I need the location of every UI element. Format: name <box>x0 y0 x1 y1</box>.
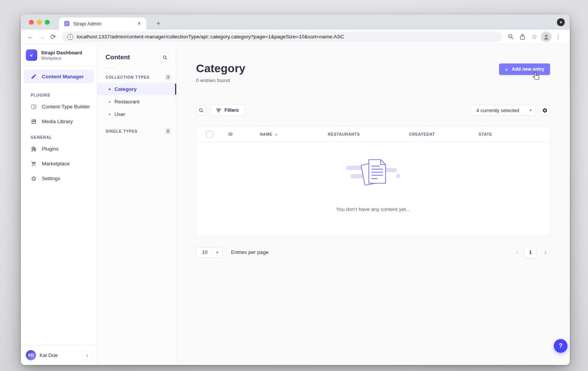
entries-table: ID NAME ▲ RESTAURANTS CREATEDAT STATE <box>196 126 550 236</box>
reload-button[interactable]: ⟳ <box>47 31 59 43</box>
browser-window: Strapi Admin × + ▼ ← → ⟳ i localhost:133… <box>21 14 570 365</box>
url-text: localhost:1337/admin/content-manager/col… <box>77 34 344 40</box>
search-icon <box>199 108 204 113</box>
single-types-label: SINGLE TYPES <box>106 129 138 133</box>
marketplace-icon <box>31 161 37 167</box>
strapi-favicon <box>64 21 70 27</box>
media-library-icon <box>31 119 37 125</box>
tab-strip: Strapi Admin × + ▼ <box>21 14 570 30</box>
browser-tab[interactable]: Strapi Admin × <box>59 17 146 30</box>
back-button[interactable]: ← <box>25 31 36 43</box>
single-types-count: 0 <box>165 128 171 134</box>
collection-type-user[interactable]: • User <box>97 108 176 120</box>
site-info-icon[interactable]: i <box>67 34 73 40</box>
page-title: Category <box>196 62 245 75</box>
columns-select[interactable]: 4 currently selected ▾ <box>471 105 536 116</box>
sidebar-item-label: Plugins <box>42 146 58 152</box>
panel-search-button[interactable] <box>160 52 170 62</box>
select-all-checkbox[interactable] <box>206 131 213 138</box>
column-header-name-label: NAME <box>260 132 272 136</box>
collection-type-label: Restaurant <box>114 99 139 105</box>
user-name: Kai Doe <box>40 352 82 358</box>
previous-page-icon[interactable]: ‹ <box>513 248 522 257</box>
collection-type-label: User <box>114 111 125 117</box>
collection-types-count: 3 <box>165 74 171 80</box>
settings-gear-icon <box>31 176 37 182</box>
zoom-page-icon[interactable] <box>505 31 517 43</box>
sidebar-item-label: Media Library <box>42 119 73 124</box>
filters-button[interactable]: Filters <box>210 105 245 116</box>
column-header-id[interactable]: ID <box>228 132 260 136</box>
panel-title: Content <box>106 54 130 61</box>
workspace-name: Strapi Dashboard <box>41 50 82 56</box>
forward-button[interactable]: → <box>36 31 47 43</box>
sidebar-item-label: Marketplace <box>42 161 70 166</box>
sort-ascending-icon: ▲ <box>275 133 278 136</box>
help-button[interactable]: ? <box>554 339 567 353</box>
empty-documents-illustration <box>345 154 401 192</box>
sidebar-section-general: GENERAL <box>31 135 97 140</box>
collection-types-label: COLLECTION TYPES <box>106 75 150 79</box>
collapse-sidebar-button[interactable]: ‹ <box>82 350 92 360</box>
list-toolbar: Filters 4 currently selected ▾ <box>196 105 550 116</box>
collection-type-category[interactable]: • Category <box>97 83 176 95</box>
url-bar[interactable]: i localhost:1337/admin/content-manager/c… <box>62 32 502 42</box>
user-avatar[interactable]: KD <box>26 350 36 360</box>
page-size-value: 10 <box>196 249 212 255</box>
sidebar-item-label: Settings <box>42 176 60 181</box>
main-sidebar: Strapi Dashboard Workplace Content Manag… <box>21 44 97 365</box>
sidebar-section-plugins: PLUGINS <box>31 93 97 97</box>
collection-type-label: Category <box>114 86 137 92</box>
sidebar-item-settings[interactable]: Settings <box>21 171 97 186</box>
content-type-builder-icon <box>31 104 37 110</box>
page-size-select[interactable]: 10 ▾ <box>196 247 223 258</box>
sidebar-item-marketplace[interactable]: Marketplace <box>21 156 97 171</box>
share-icon[interactable] <box>517 31 528 43</box>
sidebar-item-content-type-builder[interactable]: Content-Type Builder <box>21 99 97 114</box>
list-settings-button[interactable] <box>539 105 550 116</box>
strapi-logo-icon <box>26 49 37 61</box>
entries-count: 0 entries found <box>196 78 245 83</box>
tab-title: Strapi Admin <box>73 21 136 27</box>
next-page-icon[interactable]: › <box>541 248 550 257</box>
toolbar-actions: ☆ ⋮ <box>505 31 564 43</box>
browser-menu-icon[interactable]: ⋮ <box>552 31 564 43</box>
chevron-down-icon: ▾ <box>530 108 532 113</box>
search-icon <box>163 55 168 60</box>
collection-type-restaurant[interactable]: • Restaurant <box>97 95 176 108</box>
sidebar-item-content-manager[interactable]: Content Manager <box>24 70 94 83</box>
add-new-entry-label: Add new entry <box>512 67 544 72</box>
close-window-button[interactable] <box>29 20 34 25</box>
new-tab-button[interactable]: + <box>152 17 164 30</box>
browser-toolbar: ← → ⟳ i localhost:1337/admin/content-man… <box>21 30 570 44</box>
zoom-window-button[interactable] <box>45 20 50 25</box>
recording-indicator-icon[interactable]: ▼ <box>557 18 565 26</box>
browser-profile-avatar[interactable] <box>541 32 552 42</box>
column-header-state[interactable]: STATE <box>479 132 492 136</box>
filter-icon <box>216 108 221 113</box>
plugins-icon <box>31 146 37 152</box>
page-number-button[interactable]: 1 <box>525 247 536 258</box>
entries-per-page-label: Entries per page <box>231 249 269 255</box>
column-header-restaurants[interactable]: RESTAURANTS <box>328 132 409 136</box>
column-header-createdat[interactable]: CREATEDAT <box>409 132 479 136</box>
sidebar-divider <box>21 66 97 66</box>
bookmark-star-icon[interactable]: ☆ <box>528 31 540 43</box>
sidebar-item-plugins[interactable]: Plugins <box>21 141 97 156</box>
tab-close-icon[interactable]: × <box>136 21 142 27</box>
sidebar-item-label: Content-Type Builder <box>42 104 90 109</box>
pagination-bar: 10 ▾ Entries per page ‹ 1 › <box>196 247 550 258</box>
main-content: Category 0 entries found + Add new entry… <box>176 44 570 365</box>
workspace-brand[interactable]: Strapi Dashboard Workplace <box>21 44 97 66</box>
add-new-entry-button[interactable]: + Add new entry <box>499 63 550 75</box>
traffic-lights <box>29 20 50 25</box>
sidebar-item-media-library[interactable]: Media Library <box>21 114 97 129</box>
content-sub-nav: Content COLLECTION TYPES 3 • Category • … <box>97 44 176 365</box>
columns-select-value: 4 currently selected <box>476 108 530 113</box>
table-header-row: ID NAME ▲ RESTAURANTS CREATEDAT STATE <box>196 127 550 142</box>
list-search-button[interactable] <box>196 105 206 116</box>
minimize-window-button[interactable] <box>37 20 42 25</box>
plus-icon: + <box>505 67 508 72</box>
empty-state-text: You don't have any content yet... <box>336 206 410 212</box>
column-header-name[interactable]: NAME ▲ <box>260 132 328 136</box>
